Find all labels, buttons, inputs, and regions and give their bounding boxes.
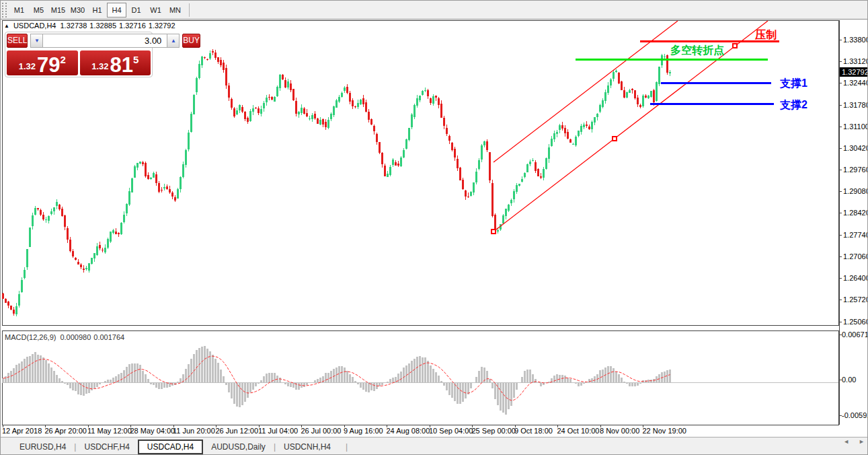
price-tick-label: 1.33120 [843, 57, 868, 65]
macd-tick-label: 0.006718 [842, 330, 868, 339]
time-tick-label: 11 Jun 20:00 [173, 427, 215, 435]
chart-tab-bar: EURUSD,H4|USDCHF,H4USDCAD,H4AUDUSD,Daily… [1, 437, 868, 455]
chart-tab-audusd[interactable]: AUDUSD,Daily [203, 440, 274, 454]
chart-tab-usdcad[interactable]: USDCAD,H4 [138, 440, 203, 454]
macd-value-2: 0.001764 [93, 333, 124, 341]
volume-decrease-button[interactable]: ▼ [30, 34, 43, 48]
time-tick-label: 28 May 04:00 [130, 427, 175, 435]
price-tick-label: 1.25060 [843, 318, 868, 326]
price-tick-label: 1.28420 [843, 209, 868, 217]
volume-input[interactable] [43, 34, 167, 48]
buy-price-pip: 5 [133, 54, 139, 65]
price-tick-label: 1.26400 [843, 274, 868, 282]
price-tick-label: 1.31780 [843, 101, 868, 109]
current-price-tag: 1.32792 [840, 67, 868, 77]
ohlc-high: 1.32885 [89, 22, 116, 30]
time-tick-label: 26 Jul 00:00 [301, 427, 342, 435]
time-tick-label: 26 Apr 20:00 [45, 427, 87, 435]
chart-tab-eurusd[interactable]: EURUSD,H4 [11, 440, 74, 454]
resistance-label: 压制 [755, 28, 777, 42]
time-tick-label: 9 Aug 16:00 [344, 427, 383, 435]
chart-symbol: USDCAD,H4 [13, 22, 56, 30]
buy-price-main: 81 [110, 56, 132, 74]
macd-value-1: 0.000980 [60, 333, 91, 341]
time-tick-label: 25 Sep 00:00 [472, 427, 516, 435]
support2-label: 支撑2 [780, 98, 807, 112]
sell-price-prefix: 1.32 [19, 61, 36, 71]
sell-price-main: 79 [37, 56, 60, 74]
macd-tick-label: 0.00 [842, 376, 856, 384]
sell-price-pip: 2 [60, 54, 65, 65]
price-tick-label: 1.31100 [843, 123, 868, 131]
chart-symbol-header: ▲ USDCAD,H4 1.32738 1.32885 1.32716 1.32… [4, 22, 175, 30]
price-tick-label: 1.25720 [843, 295, 868, 304]
macd-title: MACD(12,26,9) [5, 333, 56, 341]
price-tick-label: 1.32440 [843, 79, 868, 87]
time-tick-label: 11 Jul 04:00 [258, 427, 298, 435]
ohlc-close: 1.32792 [149, 22, 175, 30]
macd-indicator-header: MACD(12,26,9) 0.000980 0.001764 [5, 333, 124, 341]
time-tick-label: 12 Apr 2018 [2, 427, 42, 435]
price-tick-label: 1.33800 [843, 36, 868, 44]
macd-tick-label: -0.005925 [842, 411, 868, 419]
price-tick-label: 1.27740 [843, 231, 868, 239]
volume-increase-button[interactable]: ▲ [167, 34, 180, 48]
time-tick-label: 22 Nov 19:00 [643, 427, 686, 435]
mt4-terminal-window: M1M5M15M30H1H4D1W1MN ▲ USDCAD,H4 1.32738… [0, 0, 868, 455]
time-tick-label: 9 Oct 18:00 [514, 427, 553, 435]
support1-label: 支撑1 [780, 77, 807, 91]
buy-price-box[interactable]: 1.32 81 5 [80, 50, 151, 75]
sell-price-box[interactable]: 1.32 79 2 [7, 50, 78, 75]
tab-scroll-right-icon[interactable]: ► [859, 438, 865, 445]
time-tick-label: 26 Jun 12:00 [216, 427, 259, 435]
time-tick-label: 10 Sep 04:00 [429, 427, 473, 435]
ohlc-low: 1.32716 [119, 22, 146, 30]
pivot-label: 多空转折点 [670, 44, 724, 58]
tab-separator: | [346, 442, 348, 452]
buy-button[interactable]: BUY [182, 34, 200, 48]
sell-button[interactable]: SELL [7, 34, 28, 48]
time-tick-label: 8 Nov 00:00 [600, 427, 639, 435]
price-tick-label: 1.29080 [843, 187, 868, 195]
price-tick-label: 1.27060 [843, 252, 868, 260]
chart-tab-usdcnh[interactable]: USDCNH,H4 [276, 440, 339, 454]
chart-tabs: EURUSD,H4|USDCHF,H4USDCAD,H4AUDUSD,Daily… [11, 440, 348, 454]
buy-price-prefix: 1.32 [91, 61, 108, 71]
time-tick-label: 11 May 12:00 [87, 427, 132, 435]
tab-scroll-left-icon[interactable]: ◄ [843, 438, 849, 445]
tab-scrollbar: ◄ ► [843, 438, 865, 445]
ohlc-open: 1.32738 [61, 22, 87, 30]
price-tick-label: 1.30420 [843, 144, 868, 152]
one-click-trading-panel: SELL ▼ ▲ BUY 1.32 79 2 1.32 81 5 [5, 32, 153, 77]
panel-collapse-icon[interactable]: ▲ [4, 23, 9, 29]
time-tick-label: 24 Oct 10:00 [557, 427, 600, 435]
chart-tab-usdchf[interactable]: USDCHF,H4 [76, 440, 137, 454]
time-tick-label: 24 Aug 08:00 [387, 427, 430, 435]
price-tick-label: 1.29760 [843, 166, 868, 174]
